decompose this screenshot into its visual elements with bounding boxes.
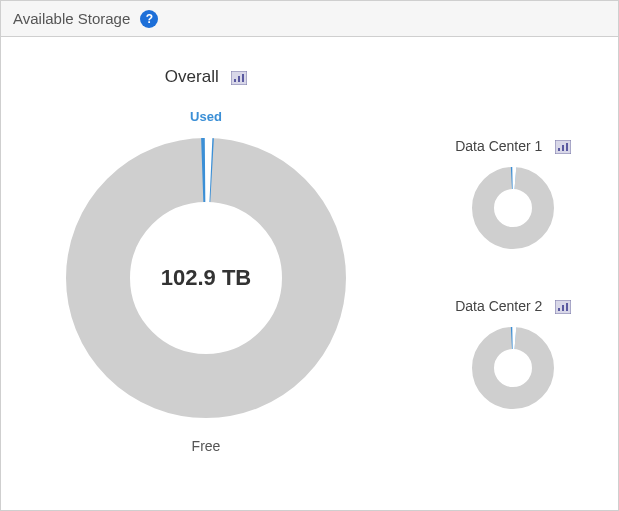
overall-donut[interactable]: 102.9 TB — [56, 128, 356, 428]
panel-header: Available Storage ? — [1, 1, 618, 37]
legend-free: Free — [41, 438, 371, 454]
dc1-donut[interactable] — [468, 163, 558, 253]
dc2-donut[interactable] — [468, 323, 558, 413]
drilldown-icon[interactable] — [555, 140, 571, 154]
dc2-heading-row: Data Center 2 — [438, 297, 588, 315]
dc1-title: Data Center 1 — [455, 138, 542, 154]
drilldown-icon[interactable] — [555, 300, 571, 314]
panel-title: Available Storage — [13, 10, 130, 27]
drilldown-icon[interactable] — [231, 71, 247, 85]
svg-rect-2 — [238, 76, 240, 82]
overall-title: Overall — [165, 67, 219, 87]
svg-rect-3 — [242, 74, 244, 82]
svg-rect-1 — [234, 79, 236, 82]
dc2-title: Data Center 2 — [455, 298, 542, 314]
help-icon[interactable]: ? — [140, 10, 158, 28]
overall-block: Overall Used — [41, 67, 371, 454]
svg-rect-11 — [566, 303, 568, 311]
svg-rect-6 — [562, 145, 564, 151]
svg-rect-10 — [562, 305, 564, 311]
dc1-donut-svg — [468, 163, 558, 253]
available-storage-panel: Available Storage ? Overall Used — [0, 0, 619, 511]
overall-donut-svg — [56, 128, 356, 428]
svg-rect-5 — [558, 148, 560, 151]
dc2-donut-svg — [468, 323, 558, 413]
datacenter-2-block: Data Center 2 — [438, 297, 588, 413]
svg-rect-9 — [558, 308, 560, 311]
legend-used: Used — [41, 109, 371, 124]
datacenter-1-block: Data Center 1 — [438, 137, 588, 253]
panel-body: Overall Used — [1, 37, 618, 510]
dc1-heading-row: Data Center 1 — [438, 137, 588, 155]
svg-rect-7 — [566, 143, 568, 151]
overall-heading-row: Overall — [41, 67, 371, 87]
